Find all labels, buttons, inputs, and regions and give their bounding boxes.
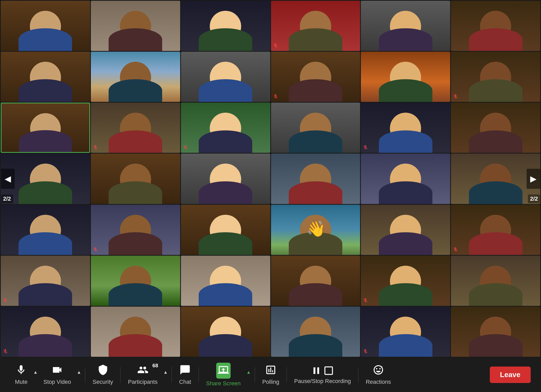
mute-icon-41 xyxy=(363,349,368,355)
mute-icon-17 xyxy=(363,145,368,151)
stop-video-label: Stop Video xyxy=(43,379,71,385)
separator-2 xyxy=(120,367,121,382)
stop-video-button[interactable]: Stop Video xyxy=(39,362,76,387)
video-tile-32 xyxy=(91,256,180,306)
polling-icon xyxy=(265,364,276,377)
video-tile-40 xyxy=(271,307,360,357)
share-screen-icon xyxy=(216,363,231,379)
mute-label: Mute xyxy=(15,379,28,385)
video-tile-35 xyxy=(361,256,450,306)
video-tile-8 xyxy=(91,52,180,102)
separator-3 xyxy=(171,367,172,382)
video-tile-16 xyxy=(271,103,360,153)
separator-5 xyxy=(255,367,255,382)
mute-icon-12 xyxy=(453,94,458,100)
video-camera-icon xyxy=(51,364,63,377)
video-tile-39 xyxy=(181,307,270,357)
page-indicator-right: 2/2 xyxy=(528,194,540,203)
chat-icon xyxy=(179,364,191,377)
video-tile-17 xyxy=(361,103,450,153)
separator-1 xyxy=(85,367,85,382)
nav-previous-page[interactable]: ◀ 2/2 xyxy=(0,0,15,358)
video-tile-9 xyxy=(181,52,270,102)
video-tile-21 xyxy=(181,154,270,204)
video-chevron[interactable]: ▲ xyxy=(76,368,82,377)
chat-button[interactable]: Chat xyxy=(174,362,196,387)
video-tile-33 xyxy=(181,256,270,306)
mute-icon-35 xyxy=(363,298,368,304)
mute-icon-15 xyxy=(183,145,188,151)
participants-count-badge: 68 xyxy=(152,363,158,369)
share-screen-chevron[interactable]: ▲ xyxy=(245,368,252,377)
video-tile-15 xyxy=(181,103,270,153)
video-tile-28: 👋 xyxy=(271,205,360,255)
separator-7 xyxy=(358,367,359,382)
video-tile-22 xyxy=(271,154,360,204)
video-tile-4 xyxy=(271,1,360,51)
video-tile-5 xyxy=(361,1,450,51)
reactions-icon: + xyxy=(373,364,384,377)
video-grid: 👋 xyxy=(0,0,541,358)
mute-icon-14 xyxy=(93,145,98,151)
polling-button[interactable]: Polling xyxy=(258,362,284,387)
video-tile-3 xyxy=(181,1,270,51)
video-tile-38 xyxy=(91,307,180,357)
chat-label: Chat xyxy=(179,379,191,385)
recording-icon xyxy=(311,365,334,376)
mute-icon-10 xyxy=(273,94,278,100)
video-tile-10 xyxy=(271,52,360,102)
toolbar: Mute ▲ Stop Video ▲ Security xyxy=(0,358,541,392)
pause-stop-recording-button[interactable]: Pause/Stop Recording xyxy=(290,363,355,387)
participants-label: Participants xyxy=(128,379,158,385)
video-tile-23 xyxy=(361,154,450,204)
video-tile-29 xyxy=(361,205,450,255)
video-tile-11 xyxy=(361,52,450,102)
video-tile-27 xyxy=(181,205,270,255)
mute-icon-26 xyxy=(93,247,98,253)
video-tile-41 xyxy=(361,307,450,357)
leave-button[interactable]: Leave xyxy=(490,367,531,383)
mute-icon-4 xyxy=(273,43,278,49)
video-tile-26 xyxy=(91,205,180,255)
nav-next-page[interactable]: ▶ 2/2 xyxy=(526,0,541,358)
video-tile-2 xyxy=(91,1,180,51)
video-tile-34 xyxy=(271,256,360,306)
separator-6 xyxy=(286,367,287,382)
pause-stop-label: Pause/Stop Recording xyxy=(294,378,351,385)
participants-button[interactable]: 68 Participants xyxy=(123,362,162,387)
mute-icon-30 xyxy=(453,247,458,253)
reactions-button[interactable]: + Reactions xyxy=(361,362,396,387)
svg-text:+: + xyxy=(381,365,383,369)
participants-chevron[interactable]: ▲ xyxy=(162,368,169,377)
security-label: Security xyxy=(93,379,113,385)
mute-chevron[interactable]: ▲ xyxy=(32,368,39,377)
participants-icon xyxy=(137,364,149,377)
page-indicator-left: 2/2 xyxy=(1,194,13,203)
polling-label: Polling xyxy=(262,379,279,385)
video-tile-20 xyxy=(91,154,180,204)
separator-4 xyxy=(198,367,199,382)
security-button[interactable]: Security xyxy=(88,362,118,387)
shield-icon xyxy=(97,364,109,377)
microphone-icon xyxy=(15,364,27,377)
video-tile-14 xyxy=(91,103,180,153)
share-screen-label: Share Screen xyxy=(206,380,241,387)
reactions-label: Reactions xyxy=(366,379,391,385)
share-screen-button[interactable]: Share Screen xyxy=(202,361,246,389)
mute-button[interactable]: Mute xyxy=(10,362,32,387)
